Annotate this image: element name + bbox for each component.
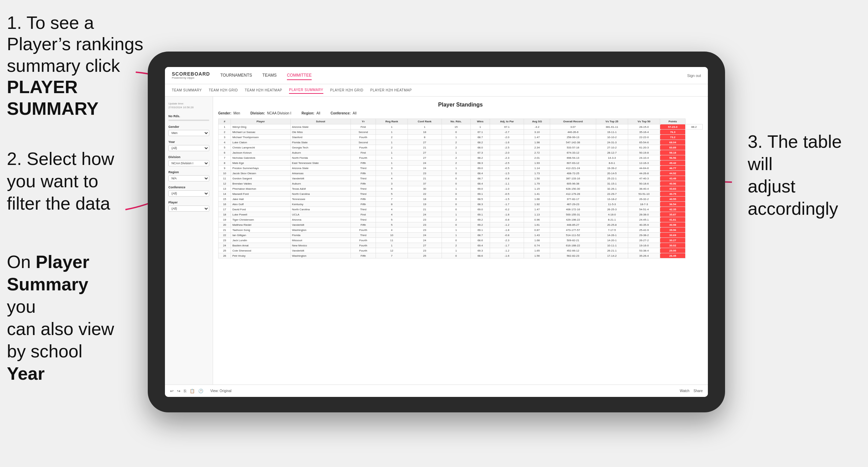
update-time: Update time: 27/03/2024 16:56:26 [168, 102, 209, 109]
col-school[interactable]: School [290, 119, 350, 124]
sidebar: Update time: 27/03/2024 16:56:26 No Rds.… [165, 97, 213, 385]
table-row: 25Cole SherwoodVanderbiltFourth1223169.3… [219, 248, 703, 253]
rids-section: No Rds. [168, 114, 209, 121]
filter-region: Region: All [302, 111, 320, 115]
filter-division-value: NCAA Division I [267, 111, 291, 115]
col-yr[interactable]: Yr [351, 119, 376, 124]
main-content: Update time: 27/03/2024 16:56:26 No Rds.… [165, 97, 708, 385]
year-select[interactable]: (All) [168, 145, 209, 151]
region-label: Region [168, 170, 209, 174]
bottom-toolbar: ↩ ↪ ⎘ 📋 🕐 View: Original Watch Share [165, 385, 708, 397]
table-title: Player Standings [218, 102, 703, 108]
table-row: 15Jake HallTennesseeFifth718068.5-1.51.6… [219, 197, 703, 202]
col-player[interactable]: Player [231, 119, 291, 124]
table-row: 19Tiger ChristensenArizonaThird523269.2-… [219, 217, 703, 222]
table-row: 23Jack LundinMissouriFourth1124068.6-2.3… [219, 238, 703, 243]
year-label: Year [168, 140, 209, 144]
sub-nav-team-summary[interactable]: TEAM SUMMARY [172, 87, 202, 93]
col-adj-to-par[interactable]: Adj. to Par [490, 119, 524, 124]
conference-label: Conference [168, 186, 209, 189]
table-row: 11Gordon SargentVanderbiltThird421068.7-… [219, 176, 703, 181]
filter-division-label: Division: [251, 111, 265, 115]
table-row: 2Michael Le SassacOle MissSecond118067.1… [219, 130, 703, 135]
table-row: 12Brendan ValdesAuburnFifth337068.4-1.11… [219, 181, 703, 186]
clock-button[interactable]: 🕐 [198, 389, 203, 393]
table-row: 7Nicholas GabrelcikNorth FloridaFourth12… [219, 155, 703, 160]
table-row: 24Bastien AmatNew MexicoFourth127269.4-1… [219, 243, 703, 248]
gender-select[interactable]: Men [168, 130, 209, 136]
gender-label: Gender [168, 125, 209, 129]
filter-division: Division: NCAA Division I [251, 111, 291, 115]
copy-button[interactable]: ⎘ [184, 389, 186, 393]
sub-nav-team-h2h-heatmap[interactable]: TEAM H2H HEATMAP [245, 87, 282, 93]
filter-region-label: Region: [302, 111, 314, 115]
table-row: 26Petr HrubyWashingtonFifth725068.6-1.61… [219, 253, 703, 258]
share-button[interactable]: Share [693, 389, 703, 393]
sub-nav-player-h2h-grid[interactable]: PLAYER H2H GRID [330, 87, 364, 93]
col-overall-record[interactable]: Overall Record [550, 119, 596, 124]
table-row: 14Maxwell FordNorth CarolinaThird522069.… [219, 191, 703, 197]
col-reg-rank[interactable]: Reg Rank [376, 119, 408, 124]
col-avg-sg[interactable]: Avg SG [524, 119, 550, 124]
nav-links: TOURNAMENTS TEAMS COMMITTEE [220, 71, 687, 80]
nav-committee[interactable]: COMMITTEE [287, 71, 312, 80]
tablet-frame: SCOREBOARD Powered by clippó TOURNAMENTS… [148, 52, 725, 412]
standings-table: # Player School Yr Reg Rank Conf Rank No… [218, 119, 703, 258]
conference-select[interactable]: (All) [168, 190, 209, 197]
filter-gender-value: Men [233, 111, 240, 115]
table-row: 6Jackson KoivunAuburnFirst127167.3-2.02.… [219, 150, 703, 155]
filter-gender: Gender: Men [218, 111, 240, 115]
table-row: 9Preston SummerhaysArizona StateThird324… [219, 166, 703, 171]
table-row: 18Luke PowellUCLAFirst424169.1-1.81.1350… [219, 212, 703, 217]
table-row: 22Ian GilliganFloridaThird1024168.7-0.81… [219, 233, 703, 238]
table-area: Player Standings Gender: Men Division: N… [213, 97, 708, 385]
table-filters: Gender: Men Division: NCAA Division I Re… [218, 111, 703, 115]
view-original[interactable]: View: Original [210, 389, 232, 393]
undo-button[interactable]: ↩ [170, 389, 174, 393]
division-select[interactable]: NCAA Division I [168, 160, 209, 166]
instruction-step2: 2. Select how you want to filter the dat… [7, 148, 117, 215]
region-section: Region N/A [168, 170, 209, 181]
division-label: Division [168, 155, 209, 159]
nav-tournaments[interactable]: TOURNAMENTS [220, 71, 252, 80]
col-vs-top-50[interactable]: Vs Top 50 [628, 119, 660, 124]
player-select[interactable]: (All) [168, 205, 209, 212]
conference-section: Conference (All) [168, 186, 209, 197]
rids-slider[interactable] [168, 120, 209, 121]
col-points[interactable]: Points [660, 119, 686, 124]
nav-sign-out[interactable]: Sign out [687, 74, 701, 78]
col-vs-top-25[interactable]: Vs Top 25 [596, 119, 628, 124]
col-no-rds[interactable]: No. Rds. [442, 119, 470, 124]
col-conf-rank[interactable]: Conf Rank [408, 119, 442, 124]
redo-button[interactable]: ↪ [177, 389, 180, 393]
table-row: 5Christo LamprechtGeorgia TechFourth2212… [219, 145, 703, 150]
filter-conference: Conference: All [331, 111, 356, 115]
table-row: 8Mats EgeEast Tennessee StateFifth124268… [219, 160, 703, 166]
filter-conference-label: Conference: [331, 111, 350, 115]
region-select[interactable]: N/A [168, 175, 209, 181]
toolbar-right: Watch Share [680, 389, 703, 393]
sub-nav-player-summary[interactable]: PLAYER SUMMARY [289, 87, 323, 94]
table-row: 4Luke ClatonFlorida StateSecond127268.2-… [219, 140, 703, 145]
logo-sub: Powered by clippó [172, 76, 210, 79]
year-section: Year (All) [168, 140, 209, 151]
instruction-step3: On Player Summary you can also view by s… [7, 251, 117, 385]
table-row: 20Matthew RiedelVanderbiltFifth523069.2-… [219, 222, 703, 227]
nav-bar: SCOREBOARD Powered by clippó TOURNAMENTS… [165, 67, 708, 84]
filter-region-value: All [316, 111, 320, 115]
player-label: Player [168, 201, 209, 204]
sub-nav: TEAM SUMMARY TEAM H2H GRID TEAM H2H HEAT… [165, 84, 708, 97]
sub-nav-team-h2h-grid[interactable]: TEAM H2H GRID [209, 87, 238, 93]
sub-nav-player-h2h-heatmap[interactable]: PLAYER H2H HEATMAP [370, 87, 412, 93]
watch-button[interactable]: Watch [680, 389, 689, 393]
col-wins[interactable]: Wins [470, 119, 490, 124]
tablet-screen: SCOREBOARD Powered by clippó TOURNAMENTS… [165, 67, 708, 397]
logo-title: SCOREBOARD [172, 71, 210, 76]
nav-teams[interactable]: TEAMS [263, 71, 277, 80]
rids-label: No Rds. [168, 114, 209, 118]
col-rank[interactable]: # [219, 119, 231, 124]
filter-conference-value: All [353, 111, 356, 115]
paste-button[interactable]: 📋 [190, 389, 195, 393]
table-row: 21Taehoon SongWashingtonFourth423169.1-1… [219, 227, 703, 233]
gender-section: Gender Men [168, 125, 209, 136]
